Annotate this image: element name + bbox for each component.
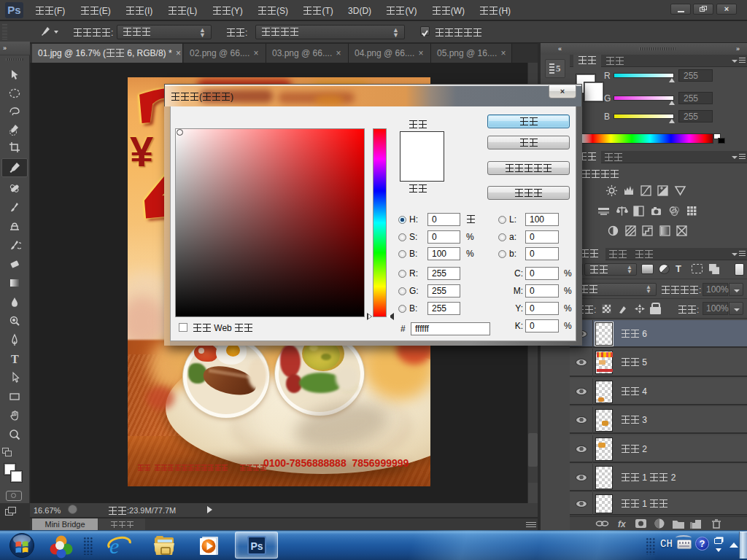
svg-text:fx: fx <box>618 519 627 529</box>
svg-text:T: T <box>11 353 19 365</box>
